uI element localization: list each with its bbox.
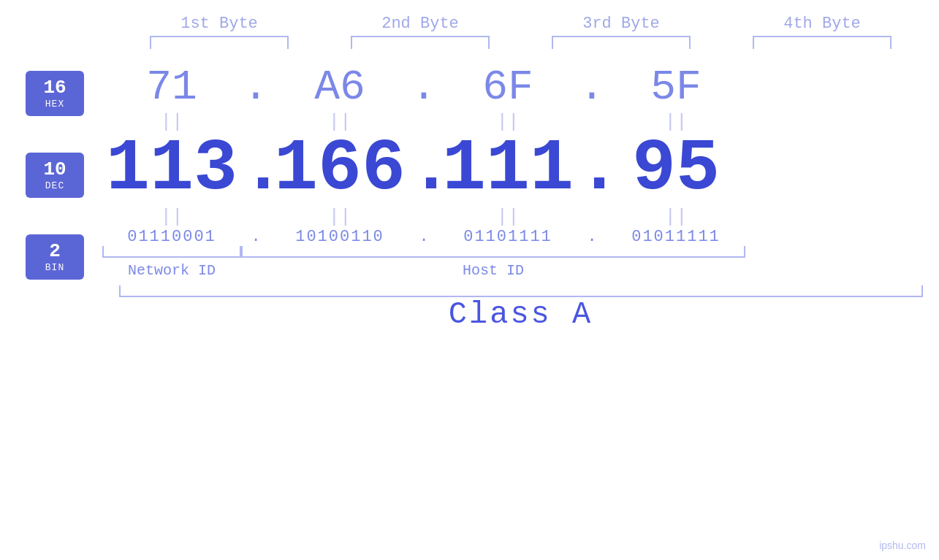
hex-dot-3: . [577, 64, 607, 111]
dec-badge: 10 DEC [26, 153, 84, 198]
dec-dot-3: . [577, 133, 607, 206]
bin-val-1: 01110001 [102, 228, 241, 246]
hex-val-3: 6F [438, 64, 577, 111]
class-bracket [119, 285, 923, 297]
dec-dot-1: . [241, 133, 270, 206]
class-label: Class A [449, 297, 593, 332]
byte4-header: 4th Byte [749, 15, 895, 33]
bin-badge: 2 BIN [26, 234, 84, 280]
bottom-bracket-row [102, 246, 906, 258]
bin-row: 01110001 . 10100110 . 01101111 . 0101111… [102, 228, 906, 246]
hex-row: 71 . A6 . 6F . 5F [102, 64, 906, 111]
hex-badge-number: 16 [43, 77, 66, 99]
byte3-header: 3rd Byte [548, 15, 694, 33]
dec-val-3: 111 [438, 133, 577, 206]
dec-dot-2: . [409, 133, 438, 206]
dec-badge-label: DEC [45, 180, 64, 191]
bin-badge-number: 2 [49, 241, 61, 262]
top-bracket-1 [150, 36, 289, 49]
dec-val-4: 95 [607, 133, 745, 206]
eq2-1: || [102, 206, 241, 228]
top-bracket-4 [753, 36, 892, 49]
values-area: 71 . A6 . 6F . 5F || || || || 113 [102, 64, 939, 280]
content-area: 16 HEX 10 DEC 2 BIN 71 . A6 . 6F . 5F [0, 64, 939, 280]
class-section: Class A [119, 285, 923, 332]
dec-val-2: 166 [270, 133, 409, 206]
bin-val-4: 01011111 [607, 228, 745, 246]
watermark: ipshu.com [879, 540, 926, 551]
equals-row-2: || || || || [102, 206, 906, 228]
host-id-label: Host ID [463, 258, 524, 279]
dec-row: 113 . 166 . 111 . 95 [102, 133, 906, 206]
network-bracket-bottom [102, 246, 241, 258]
top-brackets-row [119, 36, 923, 49]
top-bracket-2 [351, 36, 490, 49]
hex-badge-label: HEX [45, 99, 64, 110]
byte-headers-row: 1st Byte 2nd Byte 3rd Byte 4th Byte [119, 15, 923, 33]
dec-val-1: 113 [102, 133, 241, 206]
labels-column: 16 HEX 10 DEC 2 BIN [0, 71, 102, 280]
class-label-container: Class A [119, 297, 923, 332]
top-bracket-3 [552, 36, 691, 49]
byte2-header: 2nd Byte [347, 15, 493, 33]
bin-dot-2: . [409, 228, 438, 246]
hex-dot-2: . [409, 64, 438, 111]
bin-val-2: 10100110 [270, 228, 409, 246]
eq2-2: || [270, 206, 409, 228]
dec-badge-number: 10 [43, 159, 66, 180]
byte1-header: 1st Byte [146, 15, 292, 33]
network-id-label: Network ID [128, 258, 216, 279]
host-bracket-bottom [241, 246, 745, 258]
eq2-4: || [607, 206, 745, 228]
bin-dot-3: . [577, 228, 607, 246]
bin-badge-label: BIN [45, 262, 64, 273]
bin-val-3: 01101111 [438, 228, 577, 246]
bin-dot-1: . [241, 228, 270, 246]
hex-val-2: A6 [270, 64, 409, 111]
id-labels-row: Network ID Host ID [102, 258, 906, 279]
hex-badge: 16 HEX [26, 71, 84, 116]
main-container: 1st Byte 2nd Byte 3rd Byte 4th Byte 16 H… [0, 0, 939, 560]
hex-val-1: 71 [102, 64, 241, 111]
hex-val-4: 5F [607, 64, 745, 111]
hex-dot-1: . [241, 64, 270, 111]
eq2-3: || [438, 206, 577, 228]
